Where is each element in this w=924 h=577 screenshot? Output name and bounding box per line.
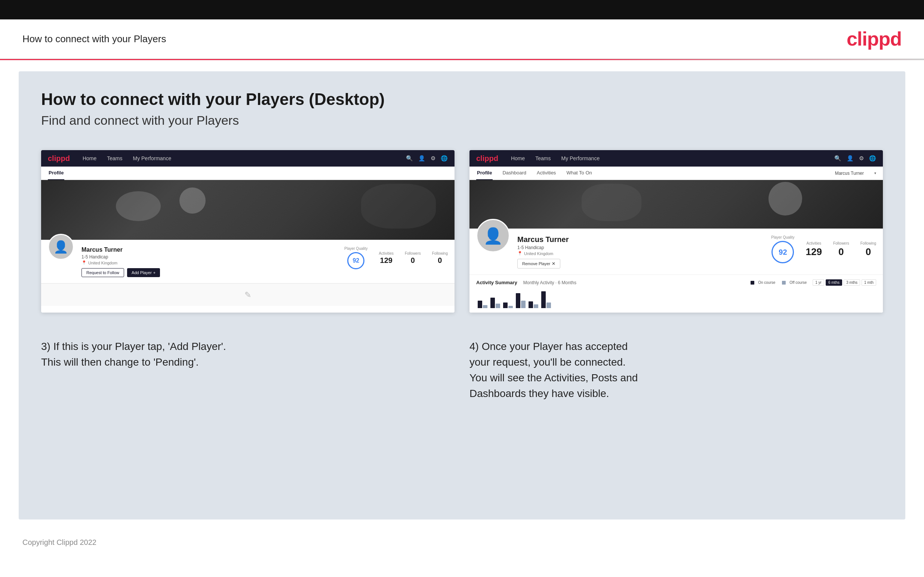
globe-icon[interactable]: 🌐 (441, 155, 448, 162)
header: How to connect with your Players clippd (0, 19, 924, 59)
activity-chart (476, 289, 876, 308)
mockup2-subnav: Profile Dashboard Activities What To On … (470, 166, 883, 180)
mockup-1: clippd Home Teams My Performance 🔍 👤 ⚙ 🌐… (41, 150, 454, 313)
tab2-dashboard[interactable]: Dashboard (502, 166, 527, 180)
location-pin-icon: 📍 (81, 260, 87, 265)
footer: Copyright Clippd 2022 (0, 531, 924, 554)
bar-off-3 (508, 306, 513, 308)
on-course-dot (751, 281, 754, 285)
mockup1-edit-area: ✎ (41, 284, 454, 306)
activity-header: Activity Summary Monthly Activity · 6 Mo… (476, 279, 876, 286)
step4-text: 4) Once your Player has acceptedyour req… (470, 339, 883, 401)
page-subheading: Find and connect with your Players (41, 113, 883, 128)
mockup1-stats-row: Player Quality 92 Activities 129 Followe… (344, 245, 448, 269)
mockup2-activity-summary: Activity Summary Monthly Activity · 6 Mo… (470, 275, 883, 313)
request-to-follow-button[interactable]: Request to Follow (81, 268, 124, 277)
activity-title: Activity Summary (476, 280, 517, 285)
mockup1-logo: clippd (48, 154, 70, 163)
mockup2-quality-circle: 92 (772, 241, 794, 263)
bar-on-3 (503, 303, 507, 308)
chart-bar-group-4 (516, 293, 525, 308)
close-icon: ✕ (552, 261, 556, 266)
mockup1-nav-icons: 🔍 👤 ⚙ 🌐 (406, 155, 448, 162)
activity-time-buttons: 1 yr 6 mths 3 mths 1 mth (813, 279, 876, 286)
tab2-profile[interactable]: Profile (476, 166, 493, 180)
mockup1-profile-info: Marcus Turner 1-5 Handicap 📍 United King… (81, 245, 337, 277)
chart-bar-group-2 (490, 298, 500, 308)
mockup2-stat-followers: Followers 0 (833, 241, 849, 258)
tab2-what-to-on[interactable]: What To On (565, 166, 593, 180)
user-icon-2[interactable]: 👤 (846, 155, 854, 162)
mockup1-nav-myperformance[interactable]: My Performance (131, 155, 173, 161)
copyright-text: Copyright Clippd 2022 (23, 538, 97, 546)
mockup2-stat-activities: Activities 129 (806, 241, 822, 258)
mockup2-nav-myperformance[interactable]: My Performance (560, 155, 601, 161)
main-content: How to connect with your Players (Deskto… (19, 71, 905, 519)
mockup2-location: 📍 United Kingdom (517, 251, 764, 256)
mockup1-handicap: 1-5 Handicap (81, 254, 337, 259)
avatar-icon: 👤 (53, 240, 68, 254)
settings-icon-2[interactable]: ⚙ (859, 155, 864, 162)
mockup1-avatar: 👤 (48, 234, 74, 260)
bar-on-4 (516, 293, 520, 308)
user-icon[interactable]: 👤 (418, 155, 425, 162)
mockup2-avatar: 👤 (476, 219, 510, 253)
activity-legend: On course Off course (751, 280, 807, 285)
activity-period: Monthly Activity · 6 Months (523, 280, 577, 285)
mockup2-logo: clippd (476, 154, 498, 163)
mockup2-stats-row: Player Quality 92 Activities 129 Followe… (771, 234, 876, 263)
tab-profile[interactable]: Profile (48, 166, 64, 180)
step3-text: 3) If this is your Player tap, 'Add Play… (41, 339, 454, 370)
add-player-button[interactable]: Add Player + (127, 268, 160, 277)
mockup1-nav-home[interactable]: Home (81, 155, 98, 161)
time-btn-1mth[interactable]: 1 mth (862, 279, 876, 286)
edit-icon[interactable]: ✎ (244, 290, 251, 300)
mockup2-user-dropdown[interactable]: Marcus Turner (835, 171, 864, 176)
mockup2-profile-info: Marcus Turner 1-5 Handicap 📍 United King… (517, 234, 764, 269)
remove-player-button[interactable]: Remove Player ✕ (517, 259, 560, 269)
header-divider (0, 59, 924, 60)
description-step3: 3) If this is your Player tap, 'Add Play… (41, 331, 454, 409)
time-btn-6mths[interactable]: 6 mths (826, 279, 842, 286)
bar-off-1 (483, 305, 488, 308)
mockup2-nav-teams[interactable]: Teams (534, 155, 552, 161)
mockup2-nav-home[interactable]: Home (509, 155, 526, 161)
tab2-activities[interactable]: Activities (536, 166, 557, 180)
mockup1-location: 📍 United Kingdom (81, 260, 337, 265)
bar-on-2 (490, 298, 495, 308)
globe-icon-2[interactable]: 🌐 (869, 155, 876, 162)
page-heading: How to connect with your Players (Deskto… (41, 90, 883, 109)
mockup2-nav-icons: 🔍 👤 ⚙ 🌐 (834, 155, 876, 162)
time-btn-3mths[interactable]: 3 mths (844, 279, 860, 286)
bar-off-2 (496, 304, 500, 308)
settings-icon[interactable]: ⚙ (431, 155, 435, 162)
mockup1-buttons: Request to Follow Add Player + (81, 268, 337, 277)
avatar-icon-2: 👤 (483, 227, 503, 245)
mockup2-buttons: Remove Player ✕ (517, 259, 764, 269)
mockup1-quality-wrap: Player Quality 92 (344, 247, 367, 269)
plus-icon: + (153, 271, 155, 275)
time-btn-1yr[interactable]: 1 yr (813, 279, 824, 286)
mockup2-hero (470, 180, 883, 229)
mockup2-profile-name: Marcus Turner (517, 235, 764, 244)
mockup-2: clippd Home Teams My Performance 🔍 👤 ⚙ 🌐… (470, 150, 883, 313)
bar-off-5 (534, 305, 538, 308)
off-course-dot (782, 281, 786, 285)
search-icon[interactable]: 🔍 (406, 155, 413, 162)
dropdown-chevron-icon: ▾ (874, 171, 876, 175)
mockup1-profile-section: 👤 Marcus Turner 1-5 Handicap 📍 United Ki… (41, 240, 454, 284)
mockup1-profile-name: Marcus Turner (81, 247, 337, 253)
location-pin-icon-2: 📍 (517, 251, 523, 256)
mockup2-stat-following: Following 0 (861, 241, 876, 258)
bar-off-6 (546, 303, 551, 308)
mockup2-profile-section: 👤 Marcus Turner 1-5 Handicap 📍 United Ki… (470, 229, 883, 275)
mockup1-nav-teams[interactable]: Teams (105, 155, 124, 161)
bar-on-6 (541, 291, 546, 308)
clippd-logo: clippd (846, 27, 901, 50)
screenshots-row: clippd Home Teams My Performance 🔍 👤 ⚙ 🌐… (41, 150, 883, 313)
mockup2-handicap: 1-5 Handicap (517, 245, 764, 250)
chart-bar-group-3 (503, 303, 513, 308)
descriptions-row: 3) If this is your Player tap, 'Add Play… (41, 331, 883, 409)
chart-bar-group-1 (478, 301, 488, 308)
search-icon-2[interactable]: 🔍 (834, 155, 842, 162)
